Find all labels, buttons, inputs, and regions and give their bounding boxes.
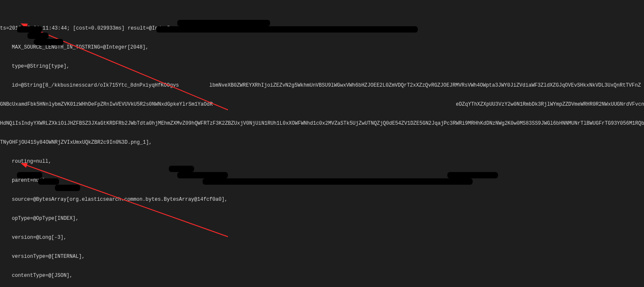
redaction-mark [169,166,194,172]
field-max-source: MAX_SOURCE_LENGTH_IN_TOSTRING=@Integer[2… [0,44,644,51]
field-id-line-4: TNyOHFjOU41Sy84OWNRjZVIxUmxUQkZBR2c9In0%… [0,139,644,146]
log-header: ts=2019-03-01 11:43:44; [cost=0.029933ms… [0,25,644,32]
field-optype: opType=@OpType[INDEX], [0,216,644,222]
redaction-mark [27,33,49,39]
redaction-mark [55,185,80,191]
field-routing: routing=null, [0,159,644,165]
terminal-output: ts=2019-03-01 11:43:44; [cost=0.029933ms… [0,0,644,287]
field-id-line-3: HdNQiIsIndyYXWRLZXkiOiJHZFBSZ3JXaGtKRDFR… [0,120,644,127]
field-version: version=@Long[-3], [0,235,644,241]
field-id-line-1: id=@String[8_/kkbusinesscard/oIk715Ytc_8… [0,82,644,89]
field-source: source=@BytesArray[org.elasticsearch.com… [0,197,644,203]
field-id-line-2: GNBcUxamdFbk5HNnlybmZVK01zWHhDeFpZRnIwVE… [0,101,644,108]
field-parent: parent=null, [0,178,644,184]
field-version-type: versionType=@[INTERNAL], [0,254,644,260]
field-content-type: contentType=@[JSON], [0,273,644,279]
field-type: type=@String[type], [0,63,644,70]
